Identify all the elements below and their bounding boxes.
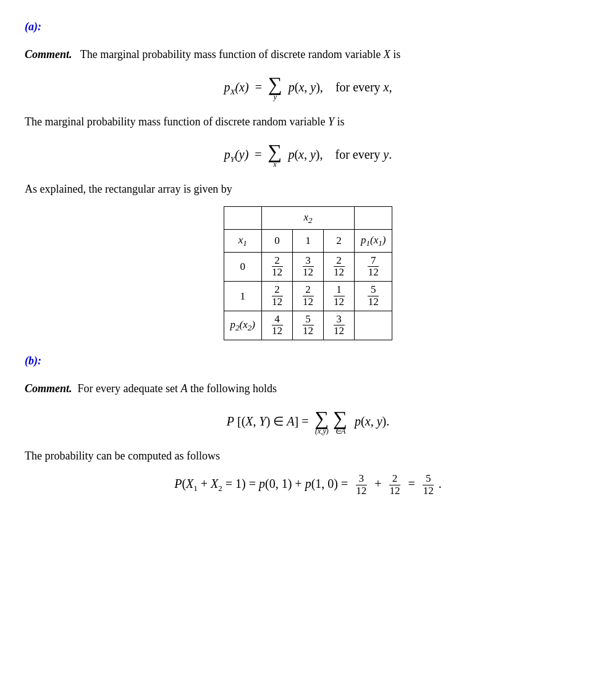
table-header-row2: x1 0 1 2 p1(x1) xyxy=(224,229,392,252)
part-b-comment-para: Comment. For every adequate set A the fo… xyxy=(25,380,591,397)
td-r0c1: 3 12 xyxy=(293,252,324,281)
px-notation: pX(x) xyxy=(224,80,249,94)
td-rowp-label: p2(x2) xyxy=(224,311,261,340)
th-empty-topleft xyxy=(224,207,261,230)
comment-label-a: Comment. xyxy=(25,48,72,61)
frac-r0p: 7 12 xyxy=(366,255,381,279)
frac-r1c2: 1 12 xyxy=(332,284,346,308)
frac-r1p: 5 12 xyxy=(366,284,381,308)
td-rpc1: 5 12 xyxy=(293,311,324,340)
frac-rpc1: 5 12 xyxy=(301,314,315,337)
frac-r0c2: 2 12 xyxy=(332,255,346,279)
th-x1: x1 xyxy=(224,229,261,252)
pxy-body: p xyxy=(355,414,361,428)
part-a-comment-para: Comment. The marginal probability mass f… xyxy=(25,46,591,63)
var-x: X xyxy=(384,48,390,61)
td-row0-label: 0 xyxy=(224,252,261,281)
frac-final3: 5 12 xyxy=(421,473,436,497)
th-p1x1: p1(x1) xyxy=(355,229,392,252)
sigma-x-sub: x xyxy=(273,159,276,170)
px-body: p(x, y), xyxy=(285,80,323,94)
frac-rpc2: 3 12 xyxy=(332,314,346,337)
td-r1c0: 2 12 xyxy=(262,282,293,311)
var-x2: x xyxy=(384,80,389,94)
formula-px: pX(x) = ∑ y p(x, y), for every x, xyxy=(25,74,591,103)
table-row-1: 1 2 12 2 12 1 12 xyxy=(224,282,392,311)
part-a-section: (a): xyxy=(25,19,591,35)
th-empty-topright xyxy=(355,207,392,230)
var-y2: y xyxy=(383,148,389,161)
td-r1p: 5 12 xyxy=(355,282,392,311)
sigma-x-container: ∑ x xyxy=(268,141,282,170)
sigma-y-sub: y xyxy=(274,91,277,103)
frac-r0c1: 3 12 xyxy=(301,255,315,279)
sigma-A-sub: ∈A xyxy=(335,426,345,437)
sigma-y-container: ∑ y xyxy=(268,74,282,103)
prob-notation: P xyxy=(227,414,234,428)
frac-r0c0: 2 12 xyxy=(270,255,284,279)
th-x2: x2 xyxy=(262,207,355,230)
td-row1-label: 1 xyxy=(224,282,261,311)
td-r1c1: 2 12 xyxy=(293,282,324,311)
th-col1: 1 xyxy=(293,229,324,252)
comment-label-b: Comment. xyxy=(25,382,72,395)
table-container: x2 x1 0 1 2 p1(x1) 0 2 12 xyxy=(25,206,591,340)
td-rpc-empty xyxy=(355,311,392,340)
set-A: A xyxy=(180,382,187,395)
part-a-label: (a): xyxy=(25,20,41,33)
part-b-section: (b): xyxy=(25,353,591,369)
frac-r1c0: 2 12 xyxy=(270,284,284,308)
table-row-p2: p2(x2) 4 12 5 12 3 12 xyxy=(224,311,392,340)
td-rpc0: 4 12 xyxy=(262,311,293,340)
double-sigma-A: ∑ ∈A xyxy=(333,408,347,437)
py-notation: pY(y) xyxy=(224,148,248,161)
td-rpc2: 3 12 xyxy=(324,311,355,340)
double-sigma-xy: ∑ (x,y) xyxy=(314,408,329,437)
var-y: Y xyxy=(328,115,334,128)
formula-py: pY(y) = ∑ x p(x, y), for every y. xyxy=(25,141,591,170)
td-r0p: 7 12 xyxy=(355,252,392,281)
th-col0: 0 xyxy=(262,229,293,252)
formula-final: P(X1 + X2 = 1) = p(0, 1) + p(1, 0) = 3 1… xyxy=(25,473,591,497)
array-intro-para: As explained, the rectangular array is g… xyxy=(25,181,591,198)
prob-text-para: The probability can be computed as follo… xyxy=(25,448,591,464)
frac-final2: 2 12 xyxy=(388,473,402,497)
py-body: p(x, y), xyxy=(285,148,323,161)
th-col2: 2 xyxy=(324,229,355,252)
frac-rpc0: 4 12 xyxy=(270,314,284,337)
table-row-0: 0 2 12 3 12 2 12 xyxy=(224,252,392,281)
part-b-label: (b): xyxy=(25,354,41,367)
frac-final1: 3 12 xyxy=(354,473,368,497)
td-r1c2: 1 12 xyxy=(324,282,355,311)
frac-r1c1: 2 12 xyxy=(301,284,315,308)
td-r0c2: 2 12 xyxy=(324,252,355,281)
part-a-text2-para: The marginal probability mass function o… xyxy=(25,114,591,130)
formula-prob-A: P [(X, Y) ∈ A] = ∑ (x,y) ∑ ∈A p(x, y). xyxy=(25,408,591,437)
final-P: P xyxy=(174,477,182,490)
table-header-row1: x2 xyxy=(224,207,392,230)
sigma-xy-sub: (x,y) xyxy=(315,426,329,437)
probability-table: x2 x1 0 1 2 p1(x1) 0 2 12 xyxy=(224,206,393,340)
td-r0c0: 2 12 xyxy=(262,252,293,281)
